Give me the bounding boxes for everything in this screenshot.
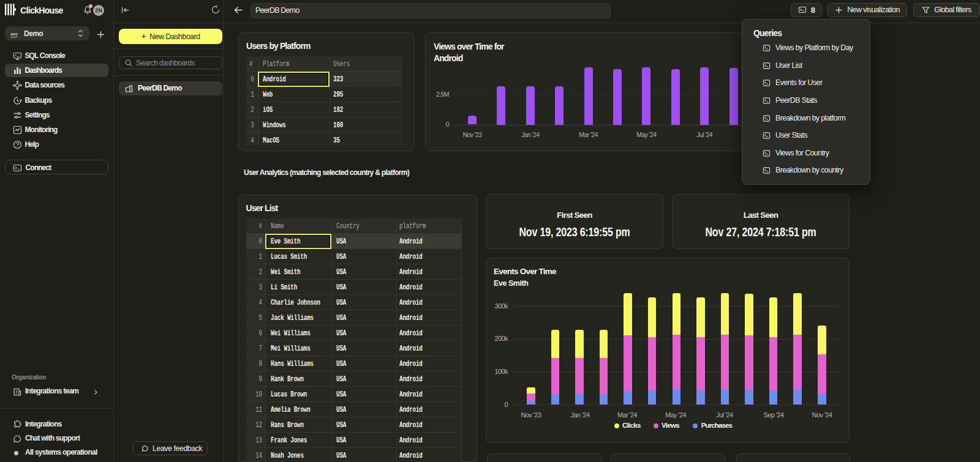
svg-text:aws: aws: [10, 32, 18, 36]
